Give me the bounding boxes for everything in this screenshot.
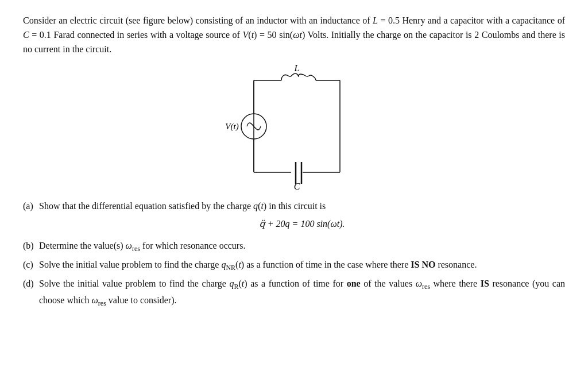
question-a-label: (a) [23,199,39,214]
question-c: (c) Solve the initial value problem to f… [23,257,565,274]
questions-section: (a) Show that the differential equation … [23,199,565,310]
equation-a: q̈ + 20q = 100 sin(ωt). [39,217,565,231]
intro-paragraph: Consider an electric circuit (see figure… [23,14,565,56]
circuit-diagram: L V(t) C [23,63,565,190]
circuit-svg: L V(t) C [214,63,374,190]
question-d-text: Solve the initial value problem to find … [39,276,565,310]
question-a-text: Show that the differential equation sati… [39,199,565,236]
question-a: (a) Show that the differential equation … [23,199,565,236]
main-content: Consider an electric circuit (see figure… [23,14,565,310]
question-c-text: Solve the initial value problem to find … [39,257,565,274]
question-b: (b) Determine the value(s) ωres for whic… [23,238,565,255]
voltage-label: V(t) [225,122,238,132]
question-c-label: (c) [23,257,39,272]
question-b-text: Determine the value(s) ωres for which re… [39,238,565,255]
question-d: (d) Solve the initial value problem to f… [23,276,565,310]
question-b-label: (b) [23,238,39,253]
capacitor-label: C [294,182,300,190]
question-d-label: (d) [23,276,39,291]
inductor-label: L [294,63,300,73]
